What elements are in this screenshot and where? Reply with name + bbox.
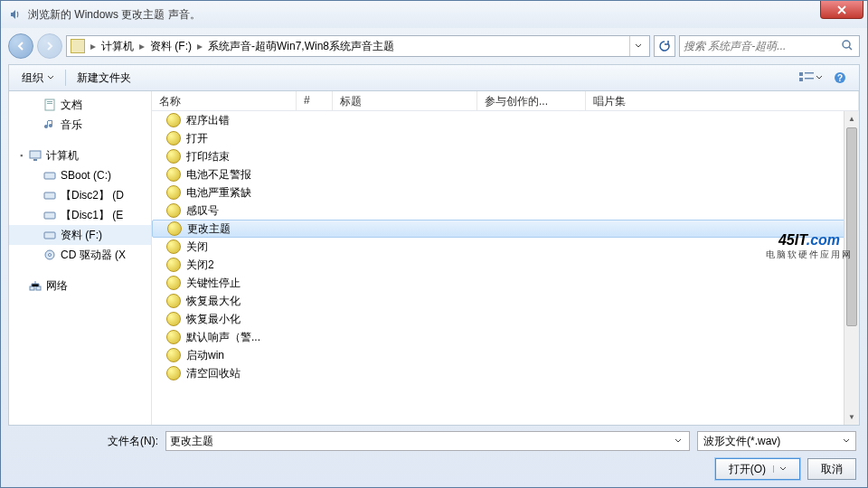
file-name: 恢复最小化 [186, 312, 241, 327]
col-name[interactable]: 名称 [152, 91, 297, 110]
file-name: 电池不足警报 [186, 167, 251, 183]
file-row[interactable]: 清空回收站 [152, 364, 859, 382]
breadcrumb-computer[interactable]: 计算机 [98, 39, 137, 54]
file-name: 关闭 [186, 239, 208, 255]
svg-rect-19 [36, 286, 41, 290]
audio-file-icon [167, 221, 182, 236]
scroll-thumb[interactable] [846, 127, 857, 326]
svg-rect-14 [44, 212, 55, 219]
file-name: 恢复最大化 [186, 294, 241, 309]
file-row[interactable]: 关闭 [152, 238, 859, 256]
organize-label: 组织 [22, 70, 43, 86]
svg-rect-11 [33, 159, 37, 161]
tree-label: 网络 [46, 278, 68, 294]
svg-rect-8 [47, 101, 52, 102]
cancel-button[interactable]: 取消 [807, 458, 856, 480]
file-row[interactable]: 默认响声（警... [152, 328, 859, 346]
open-label: 打开(O) [729, 462, 766, 477]
file-row[interactable]: 电池严重紧缺 [152, 183, 859, 202]
chevron-down-icon[interactable] [671, 437, 685, 445]
scrollbar[interactable]: ▲ ▼ [844, 111, 859, 425]
tree-disc2[interactable]: 【Disc2】 (D [9, 185, 151, 205]
bottom-panel: 文件名(N): 更改主题 波形文件(*.wav) 打开(O) 取消 [8, 431, 860, 480]
tree-label: 【Disc1】 (E [61, 208, 123, 223]
newfolder-button[interactable]: 新建文件夹 [70, 69, 138, 88]
file-row[interactable]: 关闭2 [152, 256, 859, 274]
filename-combo[interactable]: 更改主题 [165, 431, 690, 451]
svg-rect-1 [799, 72, 803, 76]
file-name: 清空回收站 [186, 366, 241, 381]
refresh-button[interactable] [654, 35, 675, 57]
file-row[interactable]: 关键性停止 [152, 274, 859, 292]
file-row[interactable]: 恢复最大化 [152, 292, 859, 310]
svg-rect-10 [30, 151, 41, 158]
audio-file-icon [166, 203, 181, 218]
tree-documents[interactable]: 文档 [9, 95, 151, 115]
toolbar-sep [65, 70, 66, 86]
audio-file-icon [166, 330, 181, 344]
col-title[interactable]: 标题 [333, 91, 477, 110]
breadcrumb[interactable]: ▸ 计算机 ▸ 资料 (F:) ▸ 系统声音-超萌Win7,Win8系统声音主题 [66, 35, 650, 57]
svg-rect-2 [805, 72, 814, 74]
scroll-up[interactable]: ▲ [844, 111, 859, 127]
svg-rect-7 [45, 99, 54, 110]
tree-computer[interactable]: ▪计算机 [9, 145, 151, 165]
file-row[interactable]: 恢复最小化 [152, 310, 859, 328]
col-album[interactable]: 唱片集 [586, 91, 859, 110]
scroll-down[interactable]: ▼ [844, 409, 859, 425]
breadcrumb-folder[interactable]: 系统声音-超萌Win7,Win8系统声音主题 [204, 39, 398, 54]
newfolder-label: 新建文件夹 [77, 70, 131, 86]
breadcrumb-drive[interactable]: 资料 (F:) [146, 39, 195, 54]
tree-ziliao[interactable]: 资料 (F:) [9, 225, 151, 245]
tree-label: 计算机 [46, 148, 79, 164]
file-row[interactable]: 程序出错 [152, 111, 859, 129]
toolbar: 组织 新建文件夹 ? [8, 64, 860, 91]
filename-label: 文件名(N): [8, 434, 165, 449]
file-row[interactable]: 感叹号 [152, 202, 859, 220]
col-num[interactable]: # [297, 91, 333, 110]
svg-rect-9 [47, 103, 52, 104]
tree-sboot[interactable]: SBoot (C:) [9, 165, 151, 185]
svg-rect-4 [805, 78, 814, 80]
tree-disc1[interactable]: 【Disc1】 (E [9, 205, 151, 225]
filename-value: 更改主题 [170, 434, 671, 449]
audio-file-icon [166, 366, 181, 380]
organize-button[interactable]: 组织 [14, 69, 61, 88]
file-name: 默认响声（警... [186, 330, 260, 345]
tree-label: SBoot (C:) [61, 169, 111, 182]
svg-rect-18 [30, 286, 34, 290]
tree-network[interactable]: 网络 [9, 276, 151, 296]
file-name: 程序出错 [186, 113, 230, 128]
search-input[interactable] [684, 40, 841, 52]
back-button[interactable] [8, 33, 33, 59]
chevron-down-icon[interactable] [843, 437, 850, 445]
help-button[interactable]: ? [826, 68, 854, 88]
audio-file-icon [166, 149, 181, 164]
file-row[interactable]: 启动win [152, 346, 859, 364]
view-button[interactable] [797, 68, 825, 88]
open-button[interactable]: 打开(O) [715, 458, 800, 480]
svg-point-0 [843, 41, 850, 48]
file-list: 名称 # 标题 参与创作的... 唱片集 程序出错打开打印结束电池不足警报电池严… [152, 91, 859, 425]
svg-rect-15 [44, 232, 55, 239]
navbar: ▸ 计算机 ▸ 资料 (F:) ▸ 系统声音-超萌Win7,Win8系统声音主题 [8, 32, 860, 61]
audio-file-icon [166, 185, 181, 200]
search-box[interactable] [679, 35, 860, 57]
col-artists[interactable]: 参与创作的... [477, 91, 586, 110]
file-name: 启动win [186, 348, 224, 363]
tree-music[interactable]: 音乐 [9, 115, 151, 135]
filter-combo[interactable]: 波形文件(*.wav) [697, 431, 856, 451]
search-icon [841, 39, 855, 53]
file-row[interactable]: 打印结束 [152, 147, 859, 165]
file-row[interactable]: 电池不足警报 [152, 165, 859, 183]
nav-tree: 文档 音乐 ▪计算机 SBoot (C:) 【Disc2】 (D 【Disc1】… [9, 91, 152, 425]
file-row[interactable]: 更改主题 [152, 220, 859, 238]
tree-cd[interactable]: CD 驱动器 (X [9, 245, 151, 265]
file-row[interactable]: 打开 [152, 129, 859, 147]
close-button[interactable] [820, 1, 863, 19]
tree-label: CD 驱动器 (X [61, 248, 126, 263]
file-name: 感叹号 [186, 203, 219, 219]
audio-file-icon [166, 294, 181, 308]
breadcrumb-dropdown[interactable] [629, 36, 646, 56]
forward-button[interactable] [37, 33, 62, 59]
